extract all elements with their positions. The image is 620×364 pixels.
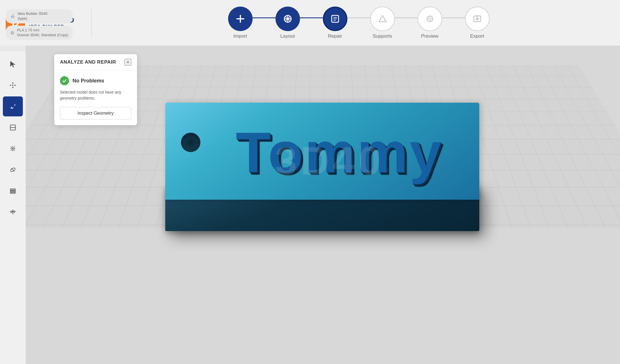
svg-line-27 — [11, 147, 12, 148]
step-supports-circle[interactable] — [370, 7, 395, 31]
status-text: No Problems — [73, 78, 104, 84]
svg-point-22 — [11, 107, 12, 109]
material-info: PLA 1.75 mm Dremel 3D40, Standard (Copy) — [17, 28, 68, 38]
status-row: No Problems — [60, 76, 131, 85]
header-divider — [91, 9, 92, 37]
svg-line-32 — [11, 168, 15, 171]
scale-tool-button[interactable] — [3, 202, 23, 222]
header: D DREMEL 3D IDEA BUILDER 🖨 Idea Builder … — [0, 0, 620, 46]
svg-marker-19 — [10, 84, 11, 86]
repair-description: Selected model does not have any geometr… — [60, 89, 131, 101]
step-import-label: Import — [233, 33, 247, 39]
printer-name: Idea Builder 3D40 (type) — [18, 11, 47, 21]
repair-panel-title: ANALYZE AND REPAIR — [60, 59, 116, 65]
canvas-area: Tommy 3D40 ANALYZE AND REPAIR × No Probl… — [26, 46, 620, 364]
model-text: Tommy — [205, 108, 474, 197]
step-export-label: Export — [470, 33, 484, 39]
model-top-plate: Tommy — [165, 103, 479, 200]
step-export[interactable]: Export — [465, 7, 490, 39]
svg-marker-11 — [379, 15, 386, 22]
material-info-row[interactable]: ⚙ PLA 1.75 mm Dremel 3D40, Standard (Cop… — [6, 26, 73, 40]
step-layout-circle[interactable] — [275, 7, 300, 31]
step-preview[interactable]: Preview — [418, 7, 442, 39]
pipeline-nav: Import Layout — [228, 7, 490, 39]
svg-rect-21 — [12, 85, 13, 86]
connector-2 — [300, 17, 323, 18]
svg-rect-34 — [10, 191, 15, 192]
transform-tool-button[interactable] — [3, 139, 23, 159]
device-info: 🖨 Idea Builder 3D40 (type) ⚙ PLA 1.75 mm… — [6, 9, 73, 40]
settings-icon: ⚙ — [10, 30, 14, 36]
step-preview-circle[interactable] — [418, 7, 442, 31]
left-toolbar — [0, 51, 26, 364]
repair-panel: ANALYZE AND REPAIR × No Problems Selecte… — [54, 54, 137, 125]
step-preview-label: Preview — [421, 33, 438, 39]
svg-line-30 — [14, 149, 15, 151]
connector-1 — [253, 17, 275, 18]
step-layout[interactable]: Layout — [275, 7, 300, 39]
3d-model: Tommy 3D40 — [165, 71, 494, 231]
repair-tool-button[interactable] — [3, 96, 23, 116]
repair-panel-header: ANALYZE AND REPAIR × — [54, 54, 137, 70]
check-icon — [60, 76, 69, 85]
eraser-tool-button[interactable] — [3, 160, 23, 180]
model-name: Tommy — [236, 124, 443, 181]
step-supports-label: Supports — [373, 33, 392, 39]
svg-line-28 — [14, 147, 15, 148]
repair-panel-body: No Problems Selected model does not have… — [54, 70, 137, 125]
connector-5 — [442, 17, 465, 18]
svg-marker-17 — [12, 82, 14, 84]
svg-rect-33 — [10, 189, 15, 190]
step-repair[interactable]: Repair — [323, 7, 347, 39]
step-import[interactable]: Import — [228, 7, 253, 39]
step-repair-label: Repair — [328, 33, 342, 39]
printer-info-row[interactable]: 🖨 Idea Builder 3D40 (type) — [6, 9, 73, 23]
step-import-circle[interactable] — [228, 7, 253, 31]
svg-marker-18 — [12, 87, 14, 88]
move-tool-button[interactable] — [3, 75, 23, 95]
printer-icon: 🖨 — [10, 14, 15, 19]
select-tool-button[interactable] — [3, 54, 23, 74]
repair-close-button[interactable]: × — [124, 59, 131, 66]
cut-tool-button[interactable] — [3, 118, 23, 137]
svg-marker-20 — [15, 84, 16, 86]
svg-marker-16 — [10, 61, 15, 67]
svg-point-13 — [429, 18, 431, 20]
step-repair-circle[interactable] — [323, 7, 347, 31]
step-supports[interactable]: Supports — [370, 7, 395, 39]
model-hole — [181, 133, 200, 152]
connector-3 — [347, 17, 370, 18]
step-layout-label: Layout — [280, 33, 295, 39]
svg-rect-35 — [10, 192, 15, 193]
svg-point-12 — [427, 16, 433, 22]
stack-tool-button[interactable] — [3, 181, 23, 201]
step-export-circle[interactable] — [465, 7, 490, 31]
svg-line-29 — [11, 149, 12, 151]
connector-4 — [395, 17, 418, 18]
inspect-geometry-button[interactable]: Inspect Geometry — [60, 107, 131, 120]
